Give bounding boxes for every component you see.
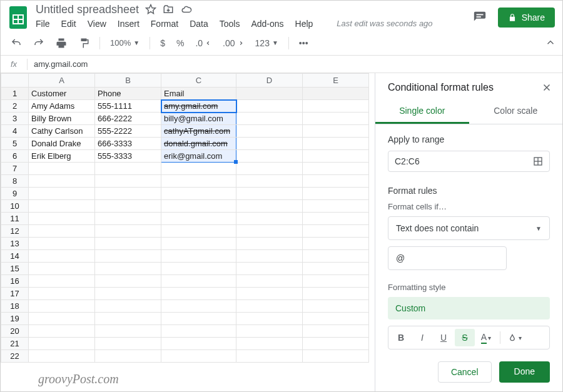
format-percent[interactable]: % xyxy=(173,36,188,51)
cell-C9[interactable] xyxy=(161,188,236,200)
cell-A22[interactable] xyxy=(29,350,95,363)
cell-A1[interactable]: Customer xyxy=(29,88,95,100)
last-edit-text[interactable]: Last edit was seconds ago xyxy=(337,19,432,28)
cell-D5[interactable] xyxy=(236,138,303,150)
cell-D2[interactable] xyxy=(236,100,303,113)
decrease-decimals[interactable]: .0 xyxy=(191,36,215,51)
row-header-3[interactable]: 3 xyxy=(1,113,29,125)
menu-data[interactable]: Data xyxy=(190,19,208,29)
menu-view[interactable]: View xyxy=(88,19,106,29)
cell-C19[interactable] xyxy=(161,313,236,325)
cell-A21[interactable] xyxy=(29,338,95,350)
cloud-status-icon[interactable] xyxy=(180,4,193,15)
cell-C20[interactable] xyxy=(161,325,236,338)
cell-B22[interactable] xyxy=(95,350,161,363)
cell-C3[interactable]: billy@gmail.com xyxy=(161,113,236,125)
cell-B4[interactable]: 555-2222 xyxy=(95,125,161,138)
cell-C11[interactable] xyxy=(161,213,236,225)
cell-D15[interactable] xyxy=(236,263,303,275)
cell-C5[interactable]: donald.gmail.com xyxy=(161,138,236,150)
zoom-selector[interactable]: 100%▼ xyxy=(106,36,143,50)
print-button[interactable] xyxy=(52,35,71,51)
cell-D22[interactable] xyxy=(236,350,303,363)
cell-B12[interactable] xyxy=(95,225,161,238)
fill-color-button[interactable]: ▾ xyxy=(504,329,524,346)
cell-D20[interactable] xyxy=(236,325,303,338)
cell-B18[interactable] xyxy=(95,300,161,313)
cell-E22[interactable] xyxy=(303,350,369,363)
column-header-E[interactable]: E xyxy=(303,74,369,88)
row-header-13[interactable]: 13 xyxy=(1,238,29,250)
cell-C15[interactable] xyxy=(161,263,236,275)
row-header-9[interactable]: 9 xyxy=(1,188,29,200)
cell-D14[interactable] xyxy=(236,250,303,263)
cell-B17[interactable] xyxy=(95,288,161,300)
cell-B13[interactable] xyxy=(95,238,161,250)
cell-A4[interactable]: Cathy Carlson xyxy=(29,125,95,138)
menu-help[interactable]: Help xyxy=(295,19,313,29)
cell-D11[interactable] xyxy=(236,213,303,225)
row-header-4[interactable]: 4 xyxy=(1,125,29,138)
cancel-button[interactable]: Cancel xyxy=(438,361,492,383)
row-header-2[interactable]: 2 xyxy=(1,100,29,113)
cell-D7[interactable] xyxy=(236,163,303,175)
cell-E2[interactable] xyxy=(303,100,369,113)
row-header-7[interactable]: 7 xyxy=(1,163,29,175)
cell-E1[interactable] xyxy=(303,88,369,100)
cell-E18[interactable] xyxy=(303,300,369,313)
done-button[interactable]: Done xyxy=(499,361,550,383)
more-formats[interactable]: 123▼ xyxy=(251,36,282,51)
cell-A7[interactable] xyxy=(29,163,95,175)
row-header-12[interactable]: 12 xyxy=(1,225,29,238)
row-header-19[interactable]: 19 xyxy=(1,313,29,325)
bold-button[interactable]: B xyxy=(391,329,411,346)
row-header-5[interactable]: 5 xyxy=(1,138,29,150)
cell-E6[interactable] xyxy=(303,150,369,163)
cell-B9[interactable] xyxy=(95,188,161,200)
cell-D8[interactable] xyxy=(236,175,303,188)
cell-A17[interactable] xyxy=(29,288,95,300)
tab-color-scale[interactable]: Color scale xyxy=(469,99,563,124)
cell-E10[interactable] xyxy=(303,200,369,213)
cell-C10[interactable] xyxy=(161,200,236,213)
row-header-22[interactable]: 22 xyxy=(1,350,29,363)
cell-E12[interactable] xyxy=(303,225,369,238)
row-header-16[interactable]: 16 xyxy=(1,275,29,288)
formula-input[interactable]: amy.gmail.com xyxy=(28,59,88,69)
row-header-6[interactable]: 6 xyxy=(1,150,29,163)
select-all-corner[interactable] xyxy=(1,74,29,88)
cell-E5[interactable] xyxy=(303,138,369,150)
menu-addons[interactable]: Add-ons xyxy=(251,19,283,29)
increase-decimals[interactable]: .00 xyxy=(219,36,247,51)
cell-A14[interactable] xyxy=(29,250,95,263)
text-color-button[interactable]: A▾ xyxy=(476,329,496,346)
cell-D13[interactable] xyxy=(236,238,303,250)
cell-E15[interactable] xyxy=(303,263,369,275)
row-header-15[interactable]: 15 xyxy=(1,263,29,275)
menu-edit[interactable]: Edit xyxy=(61,19,76,29)
cell-A8[interactable] xyxy=(29,175,95,188)
cell-B6[interactable]: 555-3333 xyxy=(95,150,161,163)
row-header-11[interactable]: 11 xyxy=(1,213,29,225)
row-header-14[interactable]: 14 xyxy=(1,250,29,263)
cell-A15[interactable] xyxy=(29,263,95,275)
cell-B19[interactable] xyxy=(95,313,161,325)
close-icon[interactable] xyxy=(541,82,552,93)
cell-B1[interactable]: Phone xyxy=(95,88,161,100)
row-header-17[interactable]: 17 xyxy=(1,288,29,300)
row-header-21[interactable]: 21 xyxy=(1,338,29,350)
cell-B16[interactable] xyxy=(95,275,161,288)
cell-E7[interactable] xyxy=(303,163,369,175)
share-button[interactable]: Share xyxy=(498,8,555,28)
redo-button[interactable] xyxy=(29,35,48,51)
comments-icon[interactable] xyxy=(473,11,487,24)
cell-A3[interactable]: Billy Brown xyxy=(29,113,95,125)
style-preview[interactable]: Custom xyxy=(388,297,550,319)
column-header-C[interactable]: C xyxy=(161,74,236,88)
cell-D19[interactable] xyxy=(236,313,303,325)
cell-E20[interactable] xyxy=(303,325,369,338)
condition-text-input[interactable]: @ xyxy=(388,246,507,270)
italic-button[interactable]: I xyxy=(412,329,432,346)
underline-button[interactable]: U xyxy=(434,329,454,346)
cell-C4[interactable]: cathyATgmail.com xyxy=(161,125,236,138)
